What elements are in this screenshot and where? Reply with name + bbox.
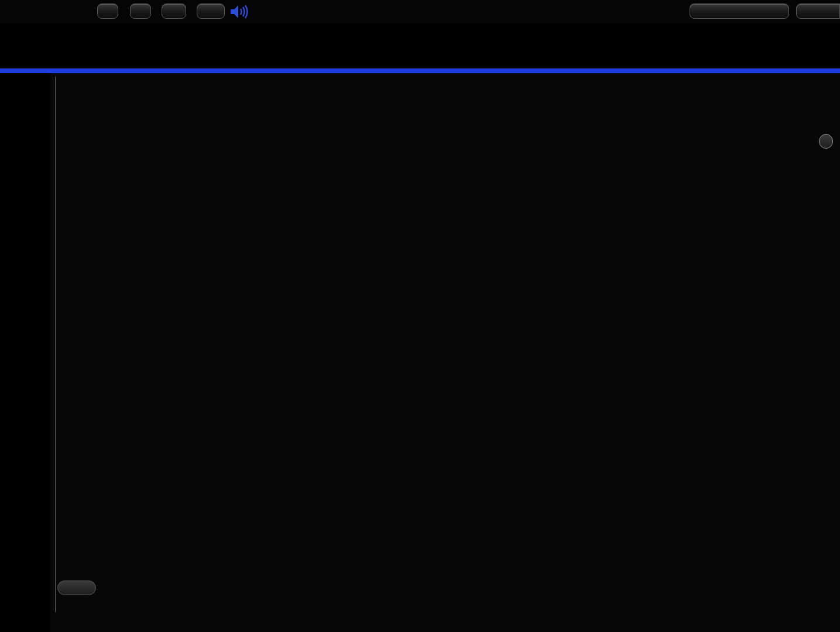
ok-button[interactable] — [57, 581, 96, 595]
speaker-icon — [229, 4, 248, 19]
main-tab-bar — [0, 23, 840, 68]
top-bar — [0, 0, 840, 23]
bypass-top-button[interactable] — [796, 4, 840, 19]
optimizer-settings-panel — [50, 73, 840, 632]
volume-plus-button[interactable] — [130, 4, 151, 19]
mute-button[interactable] — [197, 4, 225, 19]
volume-minus-button[interactable] — [97, 4, 118, 19]
zoom-button[interactable] — [819, 134, 833, 149]
active-tab-underline — [0, 68, 840, 73]
target-curve-chart[interactable] — [50, 151, 840, 576]
back-to-main-screen-button[interactable] — [690, 4, 789, 19]
curve-file-row — [50, 604, 840, 627]
curve-action-row — [50, 579, 840, 601]
dim-button[interactable] — [162, 4, 186, 19]
channel-strip-cutoff[interactable] — [0, 627, 840, 632]
